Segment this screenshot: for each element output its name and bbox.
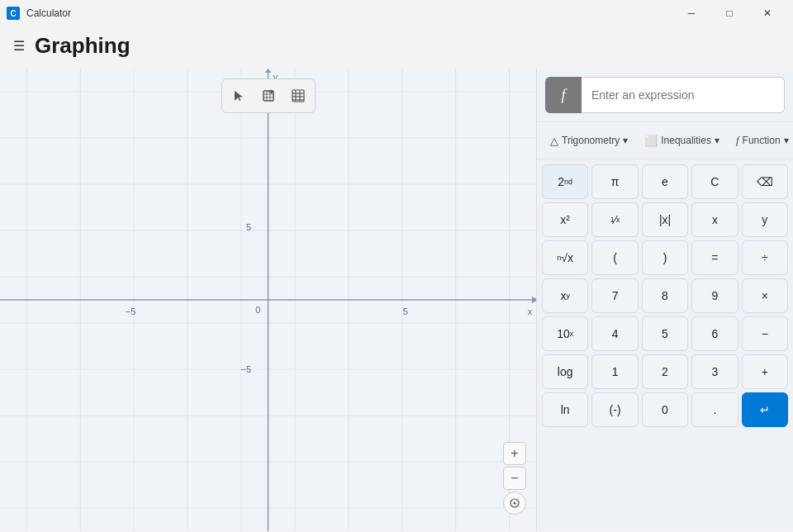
select-tool-button[interactable] [226, 83, 252, 109]
key-e[interactable]: e [642, 164, 688, 199]
keypad-row-6: ln (-) 0 . ↵ [542, 392, 788, 427]
svg-text:−5: −5 [126, 306, 136, 316]
key-y[interactable]: y [742, 202, 788, 237]
app-title-bar: Calculator [26, 7, 71, 19]
key-2[interactable]: 2 [642, 354, 688, 389]
key-x-power-y[interactable]: xy [542, 278, 588, 313]
trigonometry-dropdown-icon: ▾ [623, 135, 628, 146]
key-4[interactable]: 4 [591, 316, 638, 351]
menu-icon[interactable]: ☰ [13, 38, 25, 54]
main-layout: x y 5 −5 5 −5 0 + − [0, 69, 793, 531]
key-subtract[interactable]: − [742, 316, 788, 351]
key-x-squared[interactable]: x² [542, 202, 588, 237]
app-icon: C [7, 7, 20, 20]
key-open-paren[interactable]: ( [591, 240, 638, 275]
function-dropdown-icon: ▾ [784, 135, 789, 146]
function-label: Function [743, 135, 781, 146]
key-7[interactable]: 7 [591, 278, 638, 313]
window-controls: ─ □ ✕ [672, 0, 786, 26]
key-0[interactable]: 0 [642, 392, 688, 427]
keypad: 2nd π e C ⌫ x² 1⁄x |x| x y n√x ( ) = ÷ [537, 159, 793, 531]
key-abs[interactable]: |x| [642, 202, 688, 237]
graph-toolbar [221, 78, 316, 113]
key-equals[interactable]: = [691, 240, 738, 275]
share-button[interactable] [255, 83, 282, 109]
inequalities-label: Inequalities [661, 135, 711, 146]
key-ln[interactable]: ln [542, 392, 588, 427]
inequalities-icon: ⬜ [644, 135, 658, 147]
keypad-row-2: n√x ( ) = ÷ [542, 240, 788, 275]
zoom-in-button[interactable]: + [503, 442, 526, 465]
keypad-row-0: 2nd π e C ⌫ [542, 164, 788, 199]
key-reciprocal[interactable]: 1⁄x [591, 202, 638, 237]
key-log[interactable]: log [542, 354, 588, 389]
tab-inequalities[interactable]: ⬜ Inequalities ▾ [636, 130, 728, 152]
page-title: Graphing [35, 33, 131, 59]
expression-input[interactable] [582, 77, 785, 113]
maximize-button[interactable]: □ [710, 0, 748, 26]
key-decimal[interactable]: . [691, 392, 738, 427]
function-tabs: △ Trigonometry ▾ ⬜ Inequalities ▾ f Func… [537, 122, 793, 159]
key-close-paren[interactable]: ) [642, 240, 688, 275]
key-2nd[interactable]: 2nd [542, 164, 588, 199]
app-header: ☰ Graphing [0, 26, 793, 69]
expression-input-area: f [537, 69, 793, 122]
table-button[interactable] [285, 83, 311, 109]
key-clear[interactable]: C [691, 164, 738, 199]
tab-function[interactable]: f Function ▾ [728, 129, 793, 152]
keypad-row-3: xy 7 8 9 × [542, 278, 788, 313]
keypad-row-4: 10x 4 5 6 − [542, 316, 788, 351]
inequalities-dropdown-icon: ▾ [715, 135, 719, 146]
keypad-row-5: log 1 2 3 + [542, 354, 788, 389]
key-negate[interactable]: (-) [591, 392, 638, 427]
key-x[interactable]: x [691, 202, 738, 237]
minimize-button[interactable]: ─ [672, 0, 710, 26]
zoom-controls: + − [503, 442, 526, 515]
title-bar-left: C Calculator [7, 7, 71, 20]
svg-text:−5: −5 [241, 364, 252, 374]
svg-text:x: x [528, 306, 533, 316]
function-f-label: f [561, 87, 565, 104]
keypad-row-1: x² 1⁄x |x| x y [542, 202, 788, 237]
key-pi[interactable]: π [591, 164, 638, 199]
zoom-center-button[interactable] [503, 492, 526, 515]
title-bar: C Calculator ─ □ ✕ [0, 0, 793, 26]
key-multiply[interactable]: × [742, 278, 788, 313]
right-panel: f △ Trigonometry ▾ ⬜ Inequalities ▾ f Fu… [537, 69, 793, 531]
key-6[interactable]: 6 [691, 316, 738, 351]
key-add[interactable]: + [742, 354, 788, 389]
key-8[interactable]: 8 [642, 278, 688, 313]
key-nth-root[interactable]: n√x [542, 240, 588, 275]
graph-canvas: x y 5 −5 5 −5 0 [0, 69, 536, 531]
key-9[interactable]: 9 [691, 278, 738, 313]
svg-text:0: 0 [255, 305, 260, 315]
key-3[interactable]: 3 [691, 354, 738, 389]
key-divide[interactable]: ÷ [742, 240, 788, 275]
graph-area: x y 5 −5 5 −5 0 + − [0, 69, 537, 531]
function-icon: f [736, 134, 739, 147]
svg-text:5: 5 [403, 306, 408, 316]
trigonometry-icon: △ [550, 135, 558, 147]
zoom-out-button[interactable]: − [503, 467, 526, 490]
key-backspace[interactable]: ⌫ [742, 164, 788, 199]
key-10x[interactable]: 10x [542, 316, 588, 351]
trigonometry-label: Trigonometry [562, 135, 620, 146]
key-enter[interactable]: ↵ [742, 392, 788, 427]
tab-trigonometry[interactable]: △ Trigonometry ▾ [542, 130, 636, 152]
close-button[interactable]: ✕ [748, 0, 786, 26]
key-5[interactable]: 5 [642, 316, 688, 351]
function-type-button[interactable]: f [545, 77, 582, 113]
svg-text:5: 5 [246, 222, 251, 232]
key-1[interactable]: 1 [591, 354, 638, 389]
svg-point-42 [514, 502, 516, 505]
svg-marker-0 [235, 91, 243, 101]
